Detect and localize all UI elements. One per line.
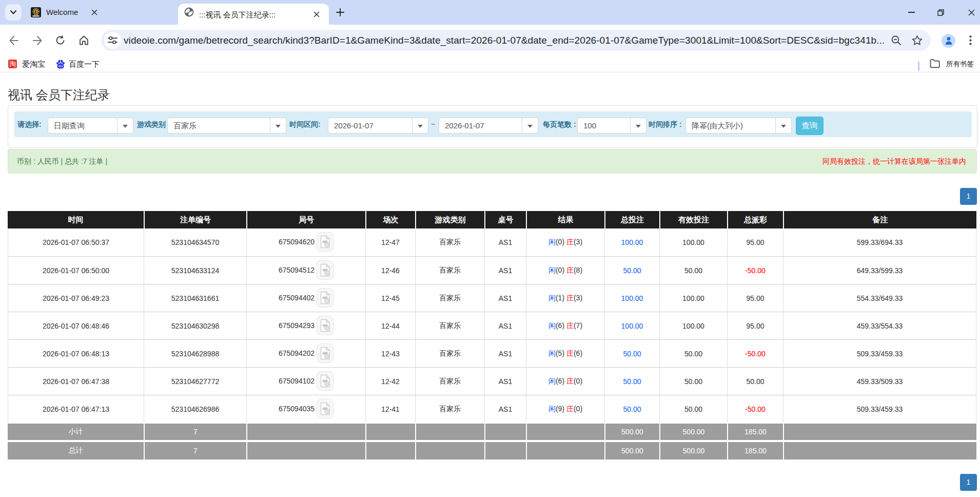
svg-text:du: du <box>58 64 63 68</box>
